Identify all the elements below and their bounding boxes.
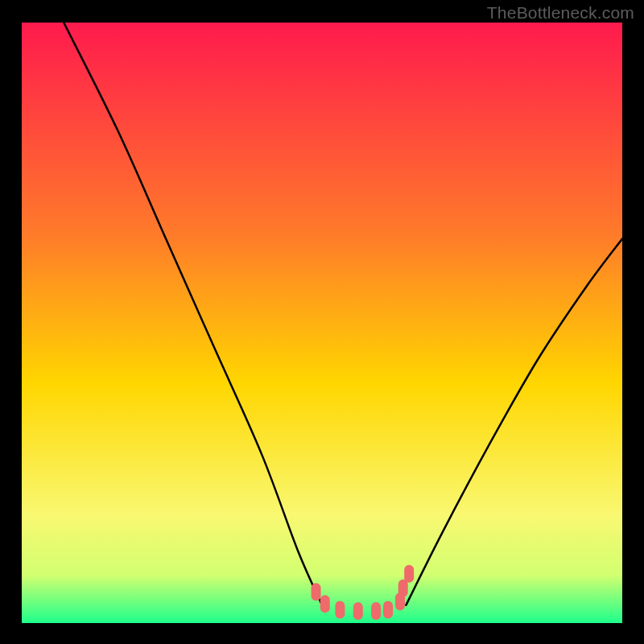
marker-sweet-spot-markers-2: [335, 601, 345, 619]
marker-sweet-spot-markers-0: [312, 583, 321, 601]
marker-sweet-spot-markers-1: [320, 595, 330, 613]
marker-sweet-spot-markers-5: [383, 601, 393, 619]
marker-sweet-spot-markers-8: [404, 565, 414, 583]
chart-svg: [22, 23, 622, 623]
watermark-text: TheBottleneck.com: [487, 3, 634, 23]
chart-background-gradient: [22, 23, 622, 623]
marker-sweet-spot-markers-4: [371, 602, 381, 620]
chart-plot-area: [22, 23, 622, 623]
chart-frame: TheBottleneck.com: [0, 0, 644, 644]
marker-sweet-spot-markers-7: [398, 580, 408, 597]
marker-sweet-spot-markers-3: [353, 602, 363, 620]
